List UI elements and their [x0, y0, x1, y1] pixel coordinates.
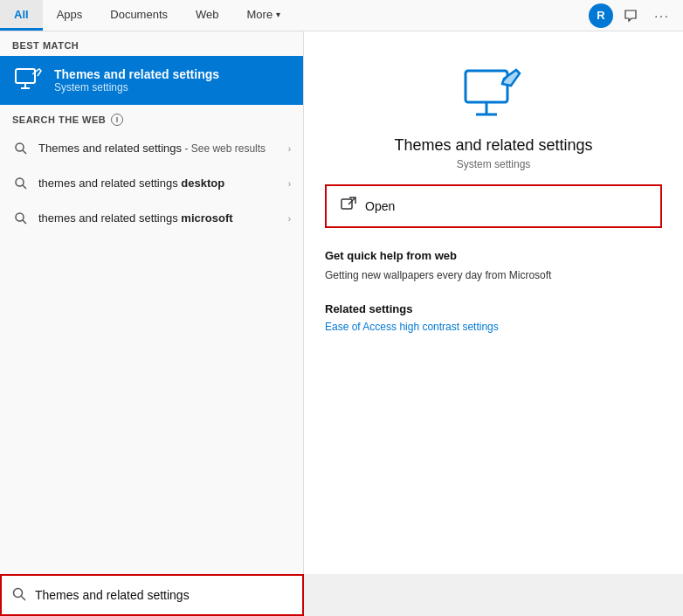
svg-line-5 — [23, 150, 26, 154]
search-web-label: Search the web i — [0, 105, 303, 131]
quick-help-text: Getting new wallpapers every day from Mi… — [325, 267, 662, 283]
quick-help-heading: Get quick help from web — [325, 249, 662, 262]
related-settings-link[interactable]: Ease of Access high contrast settings — [325, 321, 662, 333]
svg-rect-10 — [466, 71, 507, 102]
app-icon-area — [325, 49, 662, 136]
list-item-text-3: themes and related settings microsoft — [38, 211, 279, 226]
open-button[interactable]: Open — [325, 184, 662, 228]
search-icon-3 — [12, 210, 30, 227]
avatar[interactable]: R — [589, 3, 613, 28]
svg-line-17 — [22, 596, 26, 600]
ellipsis-icon: ··· — [654, 9, 670, 23]
nav-right-actions: R ··· — [589, 0, 683, 31]
best-match-subtitle: System settings — [54, 81, 219, 93]
top-navigation: All Apps Documents Web More ▾ R ··· — [0, 0, 683, 31]
best-match-label: Best match — [0, 31, 303, 56]
svg-line-7 — [23, 185, 26, 189]
search-bar-icon — [12, 587, 26, 604]
more-options-button[interactable]: ··· — [648, 2, 676, 30]
svg-point-6 — [16, 178, 24, 186]
list-item-search-web-1[interactable]: Themes and related settings - See web re… — [0, 131, 303, 166]
svg-point-16 — [14, 588, 23, 597]
left-panel: Best match Themes and related settings S… — [0, 31, 304, 574]
tab-more[interactable]: More ▾ — [233, 0, 295, 31]
tab-web[interactable]: Web — [182, 0, 233, 31]
list-item-search-web-2[interactable]: themes and related settings desktop › — [0, 166, 303, 201]
svg-line-9 — [23, 220, 26, 224]
tab-all[interactable]: All — [0, 0, 43, 31]
chat-icon-button[interactable] — [617, 2, 645, 30]
svg-rect-14 — [342, 199, 352, 209]
svg-rect-0 — [16, 69, 35, 83]
chevron-down-icon: ▾ — [276, 10, 280, 19]
chevron-right-icon-1: › — [288, 144, 291, 154]
right-panel-subtitle: System settings — [325, 158, 662, 170]
related-settings-heading: Related settings — [325, 302, 662, 315]
search-bar[interactable] — [0, 574, 304, 616]
info-icon[interactable]: i — [111, 114, 123, 126]
chat-icon — [624, 9, 638, 23]
svg-point-4 — [16, 143, 24, 151]
best-match-title: Themes and related settings — [54, 67, 219, 81]
best-match-text: Themes and related settings System setti… — [54, 67, 219, 93]
chevron-right-icon-3: › — [288, 214, 291, 224]
list-item-text-2: themes and related settings desktop — [38, 176, 279, 191]
tab-apps[interactable]: Apps — [43, 0, 97, 31]
list-item-search-web-3[interactable]: themes and related settings microsoft › — [0, 201, 303, 236]
right-panel: Themes and related settings System setti… — [304, 31, 683, 574]
themes-settings-icon — [12, 65, 44, 96]
themes-app-icon — [459, 66, 528, 128]
main-container: Best match Themes and related settings S… — [0, 31, 683, 574]
search-input[interactable] — [35, 588, 292, 602]
tab-documents[interactable]: Documents — [96, 0, 182, 31]
best-match-item[interactable]: Themes and related settings System setti… — [0, 56, 303, 105]
right-panel-title: Themes and related settings — [325, 136, 662, 155]
search-icon-2 — [12, 175, 30, 192]
search-icon-1 — [12, 140, 30, 157]
open-label: Open — [365, 199, 395, 213]
svg-point-8 — [16, 213, 24, 221]
open-external-icon — [341, 197, 356, 216]
list-item-text-1: Themes and related settings - See web re… — [38, 141, 279, 156]
chevron-right-icon-2: › — [288, 179, 291, 189]
